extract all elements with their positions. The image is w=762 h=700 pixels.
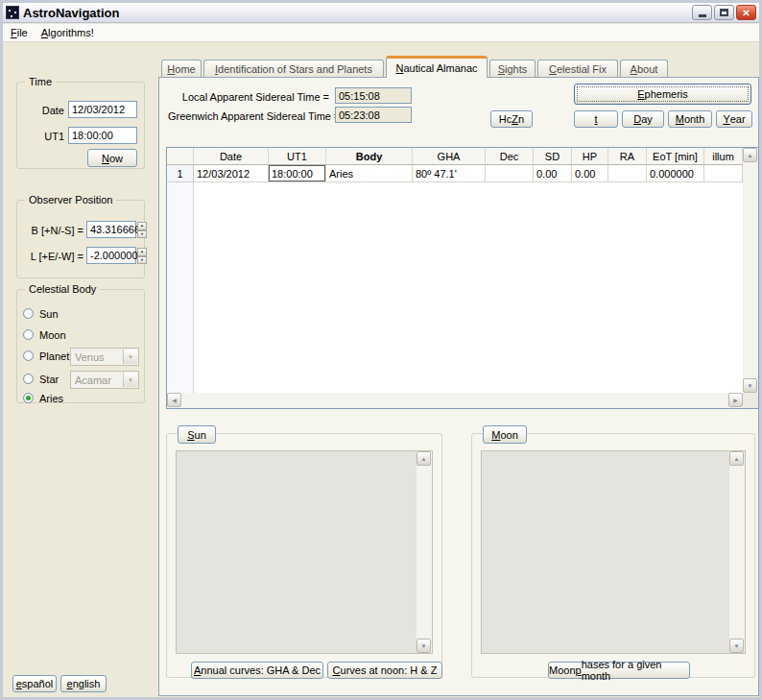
observer-position-title: Observer Position — [25, 194, 116, 205]
menu-bar: File Algorithms! — [3, 24, 759, 42]
tab-nautical-almanac[interactable]: Nautical Almanac — [386, 56, 488, 78]
longitude-input[interactable]: -2.000000 — [86, 247, 136, 264]
radio-moon[interactable] — [23, 329, 34, 340]
scroll-left-icon: ◀ — [172, 397, 177, 403]
latitude-spinner[interactable]: ▲ ▼ — [137, 222, 147, 238]
scroll-down-icon: ▼ — [421, 643, 427, 649]
tab-identification[interactable]: Identification of Stars and Planets — [203, 60, 384, 78]
minimize-icon — [699, 14, 706, 17]
col-dec[interactable]: Dec — [486, 148, 534, 165]
col-ut1[interactable]: UT1 — [269, 148, 326, 165]
row-number[interactable]: 1 — [167, 165, 194, 182]
row-header-strip — [167, 182, 194, 393]
tab-celestial-fix[interactable]: Celestial Fix — [537, 60, 618, 78]
cell-illum[interactable] — [704, 165, 743, 182]
menu-file[interactable]: File — [11, 27, 28, 38]
radio-aries[interactable] — [23, 393, 34, 403]
scroll-down-icon: ▼ — [734, 643, 740, 649]
t-button[interactable]: t — [574, 110, 618, 128]
cell-gha[interactable]: 80º 47.1' — [413, 165, 486, 182]
spin-down-icon[interactable]: ▼ — [137, 256, 147, 265]
time-group-title: Time — [25, 76, 56, 87]
cell-hp[interactable]: 0.00 — [572, 165, 608, 182]
col-gha[interactable]: GHA — [413, 148, 486, 165]
noon-curves-button[interactable]: Curves at noon: H & Z — [327, 662, 442, 679]
sun-chart-panel: ▲ ▼ — [176, 450, 433, 654]
scroll-up-icon: ▲ — [421, 456, 427, 462]
table-row: 1 12/03/2012 18:00:00 Aries 80º 47.1' 0.… — [167, 165, 758, 182]
cell-sd[interactable]: 0.00 — [534, 165, 572, 182]
cell-eot[interactable]: 0.000000 — [647, 165, 704, 182]
corner-header-cell — [167, 148, 194, 165]
scroll-up-button[interactable]: ▲ — [743, 148, 757, 162]
scroll-up-icon: ▲ — [734, 456, 740, 462]
scroll-up-button[interactable]: ▲ — [417, 451, 431, 466]
col-eot[interactable]: EoT [min] — [647, 148, 704, 165]
planet-select[interactable]: Venus ▼ — [70, 348, 139, 366]
scroll-down-button[interactable]: ▼ — [729, 639, 744, 653]
scroll-down-button[interactable]: ▼ — [743, 378, 757, 393]
planet-select-value: Venus — [75, 351, 105, 363]
date-label: Date — [24, 105, 64, 116]
cell-ut1[interactable]: 18:00:00 — [269, 165, 326, 182]
star-select-value: Acamar — [75, 374, 111, 386]
window-title: AstroNavigation — [23, 6, 119, 20]
col-hp[interactable]: HP — [572, 148, 608, 165]
now-button[interactable]: Now — [87, 149, 137, 167]
annual-curves-button[interactable]: Annual curves: GHA & Dec — [191, 662, 323, 679]
cell-body[interactable]: Aries — [326, 165, 413, 182]
table-hscrollbar[interactable]: ◀ ▶ — [167, 393, 743, 408]
tab-sights[interactable]: Sights — [489, 60, 536, 78]
sun-panel-scrollbar[interactable]: ▲ ▼ — [417, 451, 432, 653]
ephemeris-button[interactable]: Ephemeris — [574, 84, 751, 105]
latitude-label: B [+N/-S] = — [20, 225, 83, 236]
english-button[interactable]: english — [60, 675, 107, 692]
month-button[interactable]: Month — [668, 110, 712, 128]
table-header-row: Date UT1 Body GHA Dec SD HP RA EoT [min]… — [167, 148, 758, 165]
col-sd[interactable]: SD — [534, 148, 572, 165]
tab-home[interactable]: Home — [161, 60, 202, 78]
menu-algorithms[interactable]: Algorithms! — [41, 27, 94, 38]
col-ra[interactable]: RA — [608, 148, 647, 165]
radio-planet[interactable] — [23, 350, 34, 361]
sun-button[interactable]: Sun — [178, 425, 216, 444]
minimize-button[interactable] — [692, 5, 712, 20]
scroll-left-button[interactable]: ◀ — [167, 393, 181, 407]
dropdown-arrow-icon[interactable]: ▼ — [123, 350, 137, 364]
year-button[interactable]: Year — [716, 110, 752, 128]
cell-date[interactable]: 12/03/2012 — [194, 165, 269, 182]
col-body[interactable]: Body — [326, 148, 413, 165]
app-window: AstroNavigation ✕ File Algorithms! Time … — [0, 0, 762, 700]
moon-button[interactable]: Moon — [483, 425, 527, 444]
scroll-right-button[interactable]: ▶ — [728, 393, 743, 407]
moon-panel-scrollbar[interactable]: ▲ ▼ — [729, 451, 745, 653]
scrollbar-corner — [743, 393, 758, 408]
hc-zn-button[interactable]: Hc Zn — [490, 110, 533, 128]
latitude-input[interactable]: 43.316666 — [86, 221, 136, 238]
maximize-button[interactable] — [714, 5, 734, 20]
close-button[interactable]: ✕ — [736, 5, 756, 20]
scroll-up-button[interactable]: ▲ — [729, 451, 744, 466]
ut1-input[interactable]: 18:00:00 — [68, 127, 137, 144]
dropdown-arrow-icon[interactable]: ▼ — [123, 373, 137, 387]
radio-sun[interactable] — [23, 308, 34, 319]
scroll-down-button[interactable]: ▼ — [417, 639, 431, 653]
spanish-button[interactable]: español — [12, 675, 57, 692]
table-vscrollbar[interactable]: ▲ ▼ — [743, 148, 758, 393]
longitude-spinner[interactable]: ▲ ▼ — [137, 248, 147, 264]
last-label: Local Apparent Sidereal Time = — [176, 91, 329, 103]
star-select[interactable]: Acamar ▼ — [70, 371, 139, 389]
spin-up-icon[interactable]: ▲ — [137, 222, 147, 230]
col-illum[interactable]: illum — [704, 148, 743, 165]
date-input[interactable]: 12/03/2012 — [68, 101, 137, 118]
radio-star[interactable] — [23, 374, 34, 384]
tab-about[interactable]: About — [620, 60, 668, 78]
col-date[interactable]: Date — [194, 148, 269, 165]
spin-down-icon[interactable]: ▼ — [137, 230, 147, 239]
radio-sun-label: Sun — [39, 308, 59, 320]
spin-up-icon[interactable]: ▲ — [137, 248, 147, 256]
moon-phases-button[interactable]: Moon phases for a given month — [548, 662, 690, 679]
day-button[interactable]: Day — [622, 110, 664, 128]
cell-dec[interactable] — [486, 165, 534, 182]
cell-ra[interactable] — [608, 165, 647, 182]
